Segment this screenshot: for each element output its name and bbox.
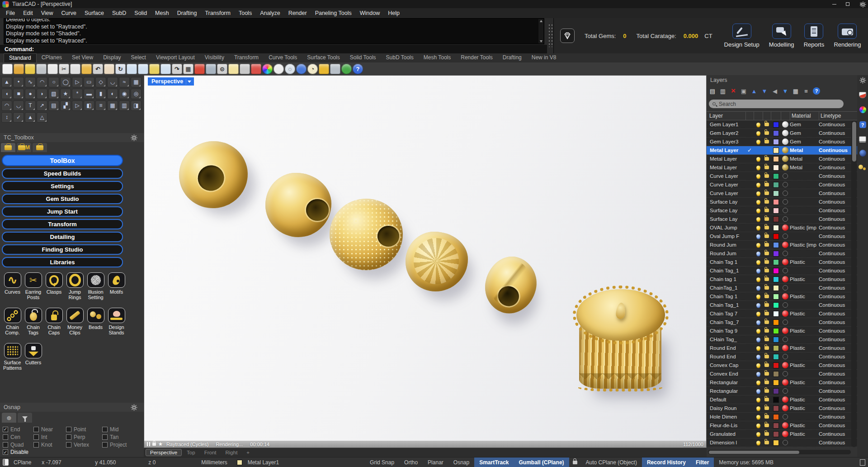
library-item[interactable]: Chain Tags [23,308,43,343]
layer-row[interactable]: ChainTag_1 Continuous [707,284,857,292]
toolbar-icon[interactable] [81,64,92,74]
toolbar-icon[interactable] [194,64,205,74]
menu-item[interactable]: Curve [57,8,80,18]
checkbox[interactable] [102,427,108,432]
layer-lock-icon[interactable] [764,295,769,298]
palette-tool-icon[interactable]: ◨ [131,100,142,111]
layer-row[interactable]: Curve Layer Continuous [707,189,857,198]
layer-material[interactable]: Plastic [790,380,819,385]
toolbar-tab[interactable]: Solid Tools [345,53,381,62]
layer-row[interactable]: Convex Cap Plastic Continuous [707,361,857,370]
layer-material-icon[interactable] [783,319,788,325]
layer-name[interactable]: Chain Tag_1 [707,268,745,273]
layer-material[interactable]: Gem [790,139,819,144]
layer-visibility-bulb-icon[interactable] [756,252,760,256]
menu-item[interactable]: Drafting [173,8,201,18]
palette-tool-icon[interactable]: ▲ [25,112,36,123]
layer-lock-icon[interactable] [764,286,769,290]
status-bar-item[interactable]: Record History [642,457,691,467]
layer-name[interactable]: Surface Lay [707,216,745,222]
toolbar-icon[interactable] [47,64,58,74]
layer-row[interactable]: Surface Lay Continuous [707,198,857,206]
palette-tool-icon[interactable]: ◖ [1,89,12,99]
library-item[interactable]: Jump Rings [65,272,85,308]
toolbar-icon[interactable]: ◔ [307,64,318,74]
layer-row[interactable]: Chain Tag_1 Continuous [707,267,857,275]
osnap-option[interactable]: Point [66,425,102,433]
menu-item[interactable]: Transform [201,8,235,18]
layer-visibility-bulb-icon[interactable] [756,226,760,230]
pause-icon[interactable] [147,442,150,446]
layer-row[interactable]: Surface Lay Continuous [707,215,857,224]
layer-color-swatch[interactable] [773,268,779,274]
layer-color-swatch[interactable] [773,148,779,153]
chevron-down-icon[interactable] [186,79,192,85]
column-linetype[interactable]: Linetype [819,112,857,120]
palette-tool-icon[interactable]: ▭ [84,77,94,87]
layer-material-icon[interactable] [782,405,788,411]
layer-name[interactable]: Surface Lay [707,208,745,213]
layer-lock-icon[interactable] [764,166,769,169]
toolbar-tab[interactable]: Standard [4,53,37,62]
layer-row[interactable]: Gem Layer2 Gem Continuous [707,129,857,138]
layer-material-icon[interactable] [783,440,788,445]
layer-name[interactable]: Curve Layer [707,191,745,196]
layer-color-swatch[interactable] [773,423,779,429]
palette-tool-icon[interactable]: ◯ [60,77,71,87]
panel-tab-icon[interactable] [859,106,866,113]
layer-lock-icon[interactable] [764,260,769,264]
layer-row[interactable]: Curve Layer Continuous [707,172,857,181]
toolbar-icon[interactable] [70,64,80,74]
layer-name[interactable]: Rectangular [707,388,745,394]
layer-name[interactable]: Chain Tag 1 [707,259,745,265]
checkbox[interactable] [3,449,8,455]
menu-item[interactable]: Edit [19,8,37,18]
toolbox-section-button[interactable]: Settings [2,181,123,191]
palette-tool-icon[interactable]: ◎ [131,89,142,99]
layer-color-swatch[interactable] [773,216,779,222]
layer-color-swatch[interactable] [773,380,779,386]
layer-name[interactable]: CHain Tag_ [707,337,745,342]
toolbar-icon[interactable]: ↻ [115,64,126,74]
layers-toolbar-icon[interactable]: ▥ [718,86,728,95]
layer-material-icon[interactable] [782,293,788,300]
palette-tool-icon[interactable]: ◗ [37,89,47,99]
layer-row[interactable]: Hole Dimen Continuous [707,413,857,421]
layer-lock-icon[interactable] [764,329,769,333]
layer-visibility-bulb-icon[interactable] [756,183,760,187]
palette-tool-icon[interactable]: ▦ [107,100,118,111]
toolbar-icon[interactable] [160,64,171,74]
layer-lock-icon[interactable] [764,346,769,350]
menu-item[interactable]: Window [356,8,384,18]
layer-row[interactable]: Surface Lay Continuous [707,206,857,215]
layer-material-icon[interactable] [783,371,788,376]
layer-name[interactable]: Round End [707,345,745,351]
library-item[interactable]: Surface Patterns [2,343,23,378]
layers-column-header[interactable]: Layer Material Linetype [707,111,857,120]
toolbar-icon[interactable]: ⊙ [217,64,227,74]
toolbar-tab[interactable]: Transform [229,53,264,62]
layer-visibility-bulb-icon[interactable] [756,234,760,238]
layer-visibility-bulb-icon[interactable] [756,372,760,376]
layer-lock-icon[interactable] [764,355,769,358]
layer-material[interactable]: Plastic [790,259,819,265]
layer-row[interactable]: Round End Continuous [707,353,857,361]
status-bar-item[interactable]: Gumball (CPlane) [514,457,569,467]
library-item[interactable]: Money Clips [65,308,85,343]
layer-row[interactable]: Chain Tag_7 Continuous [707,318,857,327]
menu-item[interactable]: Mesh [151,8,173,18]
layer-row[interactable]: Curve Layer Continuous [707,181,857,189]
status-bar-item[interactable]: SmartTrack [474,457,514,467]
status-bar-item[interactable]: Millimeters [196,457,232,467]
layer-row[interactable]: Oval Jump F Continuous [707,232,857,241]
layer-name[interactable]: Rectangular [707,380,745,385]
layer-material[interactable]: Plastic [790,397,819,402]
toolbox-section-button[interactable]: Transform [2,219,123,229]
layers-toolbar-icon[interactable]: ▤ [708,86,717,95]
layer-color-swatch[interactable] [773,440,779,446]
layer-color-swatch[interactable] [773,319,779,325]
layers-toolbar-icon[interactable]: ▣ [739,86,749,95]
layer-name[interactable]: Metal Layer [707,165,745,170]
layer-lock-icon[interactable] [764,131,769,135]
layer-visibility-bulb-icon[interactable] [756,398,760,402]
